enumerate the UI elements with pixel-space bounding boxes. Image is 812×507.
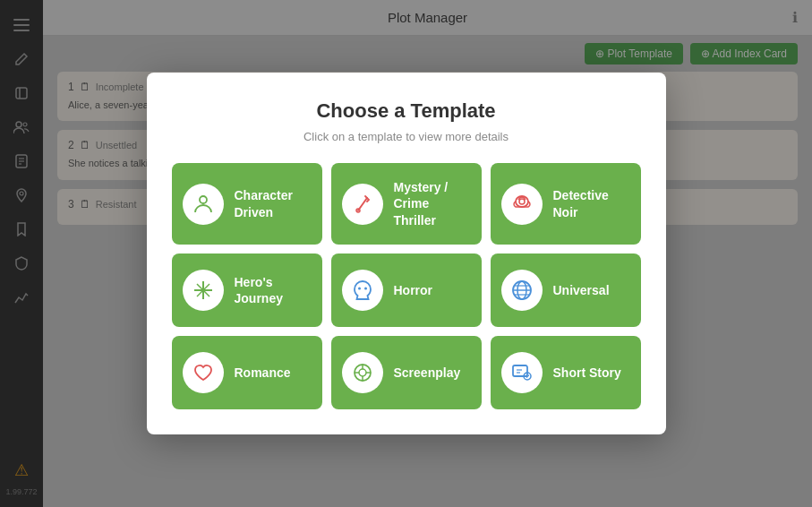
mystery-label: Mystery / Crime Thriller: [394, 179, 471, 228]
short-story-label: Short Story: [553, 365, 621, 381]
svg-rect-33: [513, 365, 527, 376]
modal-title: Choose a Template: [172, 99, 641, 123]
template-modal: Choose a Template Click on a template to…: [147, 73, 666, 434]
svg-point-28: [359, 369, 366, 376]
short-story-icon: [501, 352, 543, 393]
template-card-character-driven[interactable]: Character Driven: [172, 163, 322, 245]
modal-subtitle: Click on a template to view more details: [172, 130, 641, 143]
template-card-mystery[interactable]: Mystery / Crime Thriller: [331, 163, 482, 245]
template-card-horror[interactable]: Horror: [331, 254, 482, 327]
universal-label: Universal: [553, 282, 610, 298]
horror-icon: [342, 270, 383, 311]
template-card-detective-noir[interactable]: Detective Noir: [491, 163, 641, 245]
template-card-screenplay[interactable]: Screenplay: [331, 336, 482, 409]
svg-point-21: [364, 287, 367, 289]
romance-label: Romance: [235, 365, 291, 381]
romance-icon: [183, 352, 224, 393]
template-card-universal[interactable]: Universal: [491, 254, 641, 327]
detective-noir-label: Detective Noir: [553, 187, 630, 219]
template-card-heros-journey[interactable]: Hero's Journey: [172, 254, 322, 327]
template-card-short-story[interactable]: Short Story: [491, 336, 641, 409]
character-driven-icon: [183, 184, 224, 225]
screenplay-label: Screenplay: [394, 365, 461, 381]
modal-overlay[interactable]: Choose a Template Click on a template to…: [0, 0, 812, 507]
svg-point-12: [200, 196, 207, 203]
mystery-icon: [342, 184, 383, 225]
screenplay-icon: [342, 352, 383, 393]
template-card-romance[interactable]: Romance: [172, 336, 322, 409]
svg-point-20: [358, 287, 361, 289]
heros-journey-label: Hero's Journey: [235, 274, 312, 306]
horror-label: Horror: [394, 282, 433, 298]
heros-journey-icon: [183, 270, 224, 311]
svg-point-14: [516, 196, 528, 207]
template-grid: Character Driven Mystery / Crime Thrille…: [172, 163, 641, 409]
svg-point-15: [519, 199, 525, 204]
detective-noir-icon: [501, 184, 543, 225]
character-driven-label: Character Driven: [235, 187, 312, 219]
universal-icon: [501, 270, 543, 311]
